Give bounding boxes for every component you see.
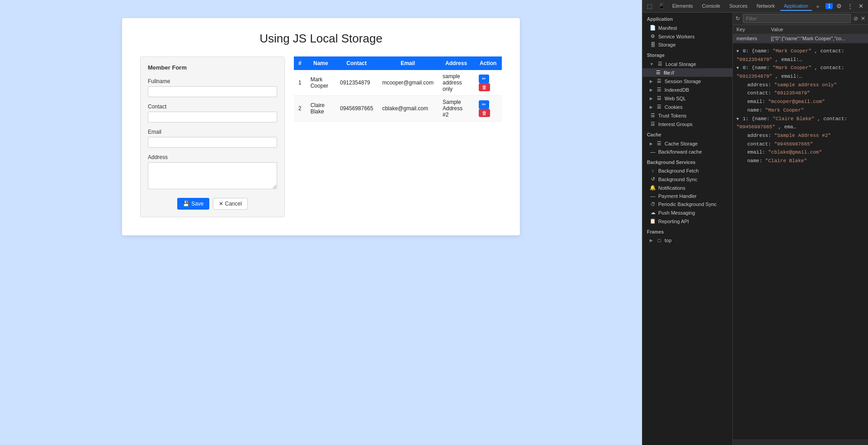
- json-row-email2: email: "cblake@gmail.com": [736, 148, 864, 157]
- cell-email: cblake@gmail.com: [377, 96, 438, 122]
- filter-close-icon[interactable]: ✕: [861, 15, 865, 22]
- refresh-icon[interactable]: ↻: [736, 15, 740, 22]
- sidebar-item-notifications[interactable]: 🔔 Notifications: [642, 183, 732, 192]
- cache-storage-label: Cache Storage: [665, 141, 698, 146]
- app-title: Using JS Local Storage: [140, 32, 502, 46]
- more-options-icon[interactable]: ⋮: [845, 2, 855, 10]
- form-title: Member Form: [148, 64, 277, 71]
- storage-overview-label: Storage: [658, 42, 676, 47]
- json-row-address2: address: "Sample Address #2": [736, 131, 864, 140]
- sidebar-item-back-forward-cache[interactable]: — Back/forward cache: [642, 148, 732, 156]
- delete-button[interactable]: 🗑: [479, 83, 490, 91]
- close-icon[interactable]: ✕: [857, 2, 865, 10]
- edit-button[interactable]: ✏: [479, 100, 489, 109]
- edit-button[interactable]: ✏: [479, 75, 489, 83]
- cancel-button[interactable]: ✕ Cancel: [213, 198, 248, 210]
- json-row-1-expand: ▼ 1: {name: "Claire Blake" , contact: "0…: [736, 115, 864, 131]
- save-button[interactable]: 💾 Save: [177, 198, 209, 210]
- sidebar-item-reporting-api[interactable]: 📋 Reporting API: [642, 217, 732, 225]
- sidebar-section-storage: Storage: [642, 49, 732, 60]
- frame-icon: □: [656, 238, 662, 243]
- tab-sources[interactable]: Sources: [726, 2, 751, 11]
- local-storage-expand-icon: ▼: [650, 62, 654, 66]
- background-sync-label: Background Sync: [658, 177, 697, 182]
- json-row-0-expand2: ▼ 0: {name: "Mark Cooper" , contact: "09…: [736, 64, 864, 80]
- address-group: Address: [148, 154, 277, 191]
- fullname-group: Fullname: [148, 78, 277, 97]
- sidebar-item-background-fetch[interactable]: ↑ Background Fetch: [642, 167, 732, 175]
- kv-table-area: Key Value members [{"0":{"name":"Mark Co…: [733, 25, 868, 43]
- sidebar-item-cookies[interactable]: ▶ ☰ Cookies: [642, 103, 732, 111]
- address-textarea[interactable]: [148, 162, 277, 189]
- sidebar-item-background-sync[interactable]: ↺ Background Sync: [642, 175, 732, 183]
- cell-contact: 09456987665: [335, 96, 377, 122]
- cookies-icon: ☰: [656, 104, 662, 110]
- indexed-db-expand-icon: ▶: [650, 88, 653, 92]
- kv-value-header: Value: [767, 25, 868, 34]
- tab-console[interactable]: Console: [698, 2, 724, 11]
- cell-address: Sample Address #2: [438, 96, 474, 122]
- tab-network[interactable]: Network: [753, 2, 778, 11]
- contact-input[interactable]: [148, 112, 277, 122]
- sidebar-item-periodic-bg-sync[interactable]: ⏱ Periodic Background Sync: [642, 200, 732, 208]
- trust-tokens-label: Trust Tokens: [658, 113, 686, 118]
- kv-row[interactable]: members [{"0":{"name":"Mark Cooper","co.…: [733, 34, 868, 43]
- inspect-icon[interactable]: ⬚: [645, 2, 654, 10]
- service-workers-icon: ⚙: [650, 33, 656, 39]
- json-row-address1: address: "sample address only": [736, 81, 864, 89]
- fullname-input[interactable]: [148, 86, 277, 97]
- sidebar-item-web-sql[interactable]: ▶ ☰ Web SQL: [642, 94, 732, 103]
- periodic-bg-sync-label: Periodic Background Sync: [658, 201, 717, 207]
- settings-icon[interactable]: ⚙: [835, 2, 844, 10]
- sidebar-section-frames: Frames: [642, 225, 732, 236]
- delete-button[interactable]: 🗑: [479, 109, 490, 117]
- kv-value-cell: [{"0":{"name":"Mark Cooper","co...: [767, 34, 868, 43]
- tab-elements[interactable]: Elements: [669, 2, 697, 11]
- sidebar-item-manifest[interactable]: 📄 Manifest: [642, 23, 732, 32]
- sidebar-item-local-storage[interactable]: ▼ ☰ Local Storage: [642, 60, 732, 68]
- sidebar-item-trust-tokens[interactable]: ☰ Trust Tokens: [642, 111, 732, 120]
- col-name: Name: [306, 56, 335, 70]
- push-messaging-label: Push Messaging: [658, 210, 695, 215]
- sidebar-item-payment-handler[interactable]: — Payment Handler: [642, 192, 732, 200]
- filter-input[interactable]: [743, 14, 851, 23]
- file-label: file://: [664, 70, 674, 75]
- col-num: #: [294, 56, 306, 70]
- filter-clear-icon[interactable]: ⊘: [854, 15, 858, 22]
- background-fetch-label: Background Fetch: [658, 168, 698, 173]
- bottom-scrollbar[interactable]: [733, 440, 868, 445]
- json-preview: ▼ 0: {name: "Mark Cooper" , contact: "09…: [733, 43, 868, 440]
- table-header-row: # Name Contact Email Address Action: [294, 56, 502, 70]
- col-address: Address: [438, 56, 474, 70]
- sidebar-item-file[interactable]: ☰ file://: [642, 68, 732, 77]
- sidebar-item-top[interactable]: ▶ □ top: [642, 236, 732, 244]
- cell-name: Mark Cooper: [306, 70, 335, 96]
- email-input[interactable]: [148, 137, 277, 148]
- service-workers-label: Service Workers: [658, 34, 694, 39]
- content-area: Member Form Fullname Contact Email Addre…: [140, 56, 502, 217]
- sidebar-item-session-storage[interactable]: ▶ ☰ Session Storage: [642, 77, 732, 85]
- sidebar-item-storage-overview[interactable]: 🗄 Storage: [642, 41, 732, 49]
- col-action: Action: [474, 56, 502, 70]
- sidebar-item-service-workers[interactable]: ⚙ Service Workers: [642, 32, 732, 41]
- contact-label: Contact: [148, 103, 277, 110]
- devtools-content: ↻ ⊘ ✕ Key Value members [{"0":{"na: [733, 13, 868, 445]
- periodic-bg-sync-icon: ⏱: [650, 201, 656, 207]
- sidebar-item-indexed-db[interactable]: ▶ ☰ IndexedDB: [642, 85, 732, 94]
- payment-handler-icon: —: [650, 193, 656, 199]
- indexed-db-icon: ☰: [656, 87, 662, 93]
- cell-action: ✏ 🗑: [474, 96, 502, 122]
- device-icon[interactable]: 📱: [656, 2, 667, 10]
- sidebar-item-cache-storage[interactable]: ▶ ☰ Cache Storage: [642, 139, 732, 148]
- cancel-icon: ✕: [219, 201, 223, 207]
- sidebar-item-interest-groups[interactable]: ☰ Interest Groups: [642, 120, 732, 128]
- devtools-body: Application 📄 Manifest ⚙ Service Workers…: [642, 13, 868, 445]
- tab-more[interactable]: »: [814, 2, 822, 10]
- back-forward-cache-icon: —: [650, 149, 656, 155]
- sidebar-item-push-messaging[interactable]: ☁ Push Messaging: [642, 208, 732, 217]
- main-page: Using JS Local Storage Member Form Fulln…: [0, 0, 642, 445]
- cell-num: 1: [294, 70, 306, 96]
- fullname-label: Fullname: [148, 78, 277, 84]
- tab-application[interactable]: Application: [780, 2, 812, 11]
- sidebar-section-background: Background Services: [642, 156, 732, 167]
